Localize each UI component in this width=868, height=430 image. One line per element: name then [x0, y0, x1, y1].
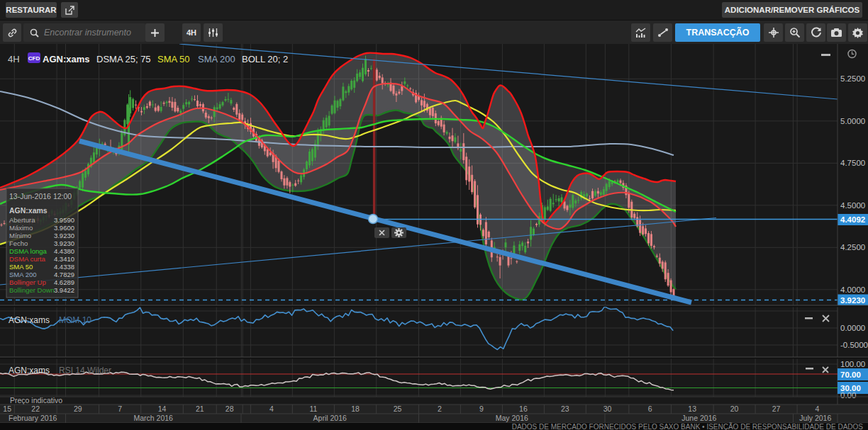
- svg-text:CFD: CFD: [28, 55, 40, 62]
- svg-text:21: 21: [196, 404, 204, 413]
- svg-text:13: 13: [688, 404, 696, 413]
- svg-text:April 2016: April 2016: [313, 414, 347, 422]
- svg-text:July 2016: July 2016: [799, 414, 831, 422]
- svg-text:Bollinger Up: Bollinger Up: [9, 278, 46, 286]
- svg-text:Mínimo: Mínimo: [9, 232, 31, 239]
- svg-text:Abertura: Abertura: [9, 216, 35, 224]
- svg-text:6: 6: [648, 404, 652, 413]
- svg-text:May 2016: May 2016: [496, 414, 528, 422]
- svg-text:June 2016: June 2016: [681, 414, 716, 422]
- svg-text:18: 18: [351, 404, 360, 413]
- svg-text:3.9230: 3.9230: [54, 232, 74, 239]
- svg-text:14: 14: [158, 404, 167, 413]
- svg-text:Máximo: Máximo: [9, 224, 33, 232]
- svg-text:4: 4: [269, 404, 274, 413]
- svg-text:20: 20: [730, 404, 739, 413]
- svg-text:3.9230: 3.9230: [840, 296, 865, 305]
- svg-text:AGN:xams: AGN:xams: [9, 315, 50, 325]
- svg-text:4: 4: [816, 404, 820, 413]
- svg-text:70.00: 70.00: [840, 370, 861, 379]
- svg-text:5.0000: 5.0000: [840, 117, 865, 125]
- svg-text:SMA 200: SMA 200: [9, 271, 37, 278]
- svg-text:SMA 200: SMA 200: [198, 54, 235, 64]
- svg-text:3.9600: 3.9600: [54, 224, 74, 232]
- svg-text:9: 9: [479, 404, 484, 413]
- svg-text:SMA 50: SMA 50: [157, 54, 190, 64]
- svg-text:AGN:xams: AGN:xams: [43, 54, 89, 64]
- svg-text:DSMA 25; 75: DSMA 25; 75: [96, 54, 151, 64]
- svg-text:4.5000: 4.5000: [840, 201, 865, 210]
- svg-text:February 2016: February 2016: [9, 414, 57, 422]
- svg-text:22: 22: [31, 404, 40, 413]
- svg-text:25: 25: [394, 404, 402, 413]
- svg-text:11: 11: [309, 404, 317, 413]
- svg-text:5.2500: 5.2500: [840, 74, 865, 83]
- svg-text:30: 30: [603, 404, 612, 413]
- svg-text:0.00: 0.00: [840, 391, 856, 400]
- svg-text:7: 7: [118, 404, 122, 413]
- svg-text:13-Jun-2016 12:00: 13-Jun-2016 12:00: [9, 192, 72, 200]
- svg-text:SMA 50: SMA 50: [9, 263, 33, 271]
- svg-text:28: 28: [226, 404, 234, 413]
- svg-text:0.0000: 0.0000: [840, 324, 865, 332]
- svg-text:2: 2: [438, 404, 442, 413]
- svg-text:4.3410: 4.3410: [54, 255, 74, 263]
- svg-text:4.7829: 4.7829: [54, 271, 74, 278]
- svg-text:-0.5000: -0.5000: [840, 341, 868, 349]
- svg-text:4.0000: 4.0000: [840, 285, 865, 294]
- svg-text:4.6289: 4.6289: [54, 278, 74, 286]
- svg-text:DSMA curta: DSMA curta: [9, 255, 45, 263]
- svg-text:AGN:xams: AGN:xams: [9, 366, 50, 375]
- svg-text:DADOS DE MERCADO FORNECIDOS PE: DADOS DE MERCADO FORNECIDOS PELO SAXO BA…: [512, 422, 864, 430]
- svg-text:BOLL 20; 2: BOLL 20; 2: [242, 54, 288, 64]
- svg-text:4.7500: 4.7500: [840, 159, 865, 167]
- svg-text:3.9422: 3.9422: [54, 286, 74, 294]
- svg-text:4.2500: 4.2500: [840, 243, 865, 251]
- svg-text:DSMA longa: DSMA longa: [9, 247, 48, 255]
- svg-text:MOM 10: MOM 10: [59, 315, 91, 325]
- svg-text:4H: 4H: [8, 54, 20, 64]
- svg-text:100.00: 100.00: [840, 360, 865, 368]
- svg-text:AGN:xams: AGN:xams: [9, 206, 48, 215]
- svg-text:Bollinger Down: Bollinger Down: [9, 286, 55, 294]
- svg-text:3.9590: 3.9590: [54, 216, 74, 224]
- svg-text:4.4380: 4.4380: [54, 247, 74, 255]
- svg-text:Preço indicativo: Preço indicativo: [10, 396, 62, 404]
- svg-text:3.9230: 3.9230: [54, 239, 74, 247]
- svg-text:4.4092: 4.4092: [840, 215, 865, 224]
- svg-text:March 2016: March 2016: [133, 414, 173, 422]
- svg-text:RSI 14 Wilder: RSI 14 Wilder: [59, 366, 111, 375]
- svg-text:16: 16: [519, 404, 528, 413]
- svg-text:23: 23: [561, 404, 569, 413]
- svg-text:4.4338: 4.4338: [54, 263, 74, 271]
- svg-text:Fecho: Fecho: [9, 239, 28, 247]
- svg-text:15: 15: [3, 404, 11, 413]
- svg-text:29: 29: [74, 404, 82, 413]
- svg-text:27: 27: [772, 404, 781, 413]
